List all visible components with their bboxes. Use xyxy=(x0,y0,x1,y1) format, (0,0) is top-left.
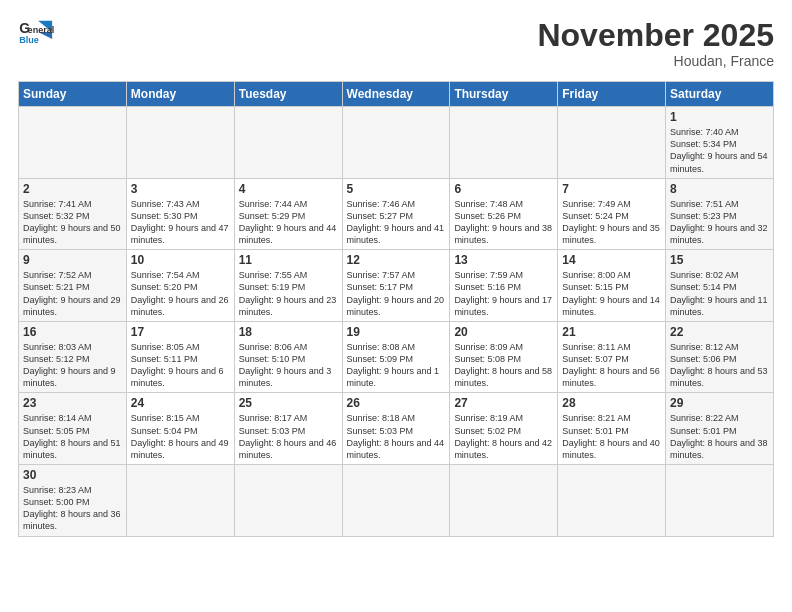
day-number: 9 xyxy=(23,253,122,267)
page-header: G eneral Blue November 2025 Houdan, Fran… xyxy=(18,18,774,69)
cell-week3-day1: 10Sunrise: 7:54 AM Sunset: 5:20 PM Dayli… xyxy=(126,250,234,322)
cell-week4-day1: 17Sunrise: 8:05 AM Sunset: 5:11 PM Dayli… xyxy=(126,321,234,393)
calendar-page: G eneral Blue November 2025 Houdan, Fran… xyxy=(0,0,792,547)
day-info: Sunrise: 8:22 AM Sunset: 5:01 PM Dayligh… xyxy=(670,412,769,461)
day-info: Sunrise: 8:08 AM Sunset: 5:09 PM Dayligh… xyxy=(347,341,446,390)
cell-week6-day1 xyxy=(126,465,234,537)
title-block: November 2025 Houdan, France xyxy=(537,18,774,69)
day-info: Sunrise: 8:03 AM Sunset: 5:12 PM Dayligh… xyxy=(23,341,122,390)
header-monday: Monday xyxy=(126,82,234,107)
day-info: Sunrise: 7:46 AM Sunset: 5:27 PM Dayligh… xyxy=(347,198,446,247)
cell-week6-day6 xyxy=(666,465,774,537)
day-number: 23 xyxy=(23,396,122,410)
week-row-5: 23Sunrise: 8:14 AM Sunset: 5:05 PM Dayli… xyxy=(19,393,774,465)
header-sunday: Sunday xyxy=(19,82,127,107)
cell-week1-day2 xyxy=(234,107,342,179)
day-info: Sunrise: 8:15 AM Sunset: 5:04 PM Dayligh… xyxy=(131,412,230,461)
cell-week4-day5: 21Sunrise: 8:11 AM Sunset: 5:07 PM Dayli… xyxy=(558,321,666,393)
day-number: 21 xyxy=(562,325,661,339)
cell-week3-day0: 9Sunrise: 7:52 AM Sunset: 5:21 PM Daylig… xyxy=(19,250,127,322)
day-info: Sunrise: 7:54 AM Sunset: 5:20 PM Dayligh… xyxy=(131,269,230,318)
cell-week2-day2: 4Sunrise: 7:44 AM Sunset: 5:29 PM Daylig… xyxy=(234,178,342,250)
day-info: Sunrise: 7:51 AM Sunset: 5:23 PM Dayligh… xyxy=(670,198,769,247)
day-number: 28 xyxy=(562,396,661,410)
day-info: Sunrise: 8:00 AM Sunset: 5:15 PM Dayligh… xyxy=(562,269,661,318)
day-info: Sunrise: 7:55 AM Sunset: 5:19 PM Dayligh… xyxy=(239,269,338,318)
cell-week4-day0: 16Sunrise: 8:03 AM Sunset: 5:12 PM Dayli… xyxy=(19,321,127,393)
day-number: 25 xyxy=(239,396,338,410)
cell-week4-day3: 19Sunrise: 8:08 AM Sunset: 5:09 PM Dayli… xyxy=(342,321,450,393)
cell-week6-day2 xyxy=(234,465,342,537)
day-info: Sunrise: 7:49 AM Sunset: 5:24 PM Dayligh… xyxy=(562,198,661,247)
day-info: Sunrise: 7:59 AM Sunset: 5:16 PM Dayligh… xyxy=(454,269,553,318)
cell-week1-day3 xyxy=(342,107,450,179)
day-number: 11 xyxy=(239,253,338,267)
cell-week5-day0: 23Sunrise: 8:14 AM Sunset: 5:05 PM Dayli… xyxy=(19,393,127,465)
week-row-4: 16Sunrise: 8:03 AM Sunset: 5:12 PM Dayli… xyxy=(19,321,774,393)
day-number: 7 xyxy=(562,182,661,196)
day-number: 6 xyxy=(454,182,553,196)
day-number: 20 xyxy=(454,325,553,339)
cell-week2-day5: 7Sunrise: 7:49 AM Sunset: 5:24 PM Daylig… xyxy=(558,178,666,250)
day-info: Sunrise: 8:02 AM Sunset: 5:14 PM Dayligh… xyxy=(670,269,769,318)
day-info: Sunrise: 8:18 AM Sunset: 5:03 PM Dayligh… xyxy=(347,412,446,461)
day-number: 19 xyxy=(347,325,446,339)
cell-week3-day2: 11Sunrise: 7:55 AM Sunset: 5:19 PM Dayli… xyxy=(234,250,342,322)
cell-week1-day4 xyxy=(450,107,558,179)
header-tuesday: Tuesday xyxy=(234,82,342,107)
cell-week4-day2: 18Sunrise: 8:06 AM Sunset: 5:10 PM Dayli… xyxy=(234,321,342,393)
cell-week2-day0: 2Sunrise: 7:41 AM Sunset: 5:32 PM Daylig… xyxy=(19,178,127,250)
day-number: 5 xyxy=(347,182,446,196)
day-number: 22 xyxy=(670,325,769,339)
day-number: 3 xyxy=(131,182,230,196)
day-number: 26 xyxy=(347,396,446,410)
day-number: 10 xyxy=(131,253,230,267)
day-number: 15 xyxy=(670,253,769,267)
day-info: Sunrise: 8:21 AM Sunset: 5:01 PM Dayligh… xyxy=(562,412,661,461)
day-info: Sunrise: 8:11 AM Sunset: 5:07 PM Dayligh… xyxy=(562,341,661,390)
day-number: 27 xyxy=(454,396,553,410)
cell-week5-day4: 27Sunrise: 8:19 AM Sunset: 5:02 PM Dayli… xyxy=(450,393,558,465)
logo: G eneral Blue xyxy=(18,18,54,46)
day-number: 30 xyxy=(23,468,122,482)
day-info: Sunrise: 8:12 AM Sunset: 5:06 PM Dayligh… xyxy=(670,341,769,390)
cell-week3-day6: 15Sunrise: 8:02 AM Sunset: 5:14 PM Dayli… xyxy=(666,250,774,322)
cell-week5-day3: 26Sunrise: 8:18 AM Sunset: 5:03 PM Dayli… xyxy=(342,393,450,465)
day-info: Sunrise: 8:19 AM Sunset: 5:02 PM Dayligh… xyxy=(454,412,553,461)
day-info: Sunrise: 7:41 AM Sunset: 5:32 PM Dayligh… xyxy=(23,198,122,247)
day-info: Sunrise: 7:48 AM Sunset: 5:26 PM Dayligh… xyxy=(454,198,553,247)
day-info: Sunrise: 7:57 AM Sunset: 5:17 PM Dayligh… xyxy=(347,269,446,318)
week-row-6: 30Sunrise: 8:23 AM Sunset: 5:00 PM Dayli… xyxy=(19,465,774,537)
header-thursday: Thursday xyxy=(450,82,558,107)
cell-week2-day3: 5Sunrise: 7:46 AM Sunset: 5:27 PM Daylig… xyxy=(342,178,450,250)
cell-week6-day5 xyxy=(558,465,666,537)
day-number: 24 xyxy=(131,396,230,410)
cell-week6-day3 xyxy=(342,465,450,537)
cell-week5-day6: 29Sunrise: 8:22 AM Sunset: 5:01 PM Dayli… xyxy=(666,393,774,465)
day-info: Sunrise: 7:43 AM Sunset: 5:30 PM Dayligh… xyxy=(131,198,230,247)
day-header-row: Sunday Monday Tuesday Wednesday Thursday… xyxy=(19,82,774,107)
calendar-title: November 2025 xyxy=(537,18,774,53)
cell-week5-day1: 24Sunrise: 8:15 AM Sunset: 5:04 PM Dayli… xyxy=(126,393,234,465)
day-info: Sunrise: 8:23 AM Sunset: 5:00 PM Dayligh… xyxy=(23,484,122,533)
day-number: 16 xyxy=(23,325,122,339)
cell-week4-day4: 20Sunrise: 8:09 AM Sunset: 5:08 PM Dayli… xyxy=(450,321,558,393)
cell-week1-day6: 1Sunrise: 7:40 AM Sunset: 5:34 PM Daylig… xyxy=(666,107,774,179)
day-number: 18 xyxy=(239,325,338,339)
week-row-3: 9Sunrise: 7:52 AM Sunset: 5:21 PM Daylig… xyxy=(19,250,774,322)
day-info: Sunrise: 8:17 AM Sunset: 5:03 PM Dayligh… xyxy=(239,412,338,461)
day-info: Sunrise: 8:09 AM Sunset: 5:08 PM Dayligh… xyxy=(454,341,553,390)
day-number: 2 xyxy=(23,182,122,196)
day-info: Sunrise: 8:06 AM Sunset: 5:10 PM Dayligh… xyxy=(239,341,338,390)
day-info: Sunrise: 7:40 AM Sunset: 5:34 PM Dayligh… xyxy=(670,126,769,175)
day-info: Sunrise: 8:05 AM Sunset: 5:11 PM Dayligh… xyxy=(131,341,230,390)
day-number: 17 xyxy=(131,325,230,339)
cell-week4-day6: 22Sunrise: 8:12 AM Sunset: 5:06 PM Dayli… xyxy=(666,321,774,393)
header-wednesday: Wednesday xyxy=(342,82,450,107)
day-info: Sunrise: 8:14 AM Sunset: 5:05 PM Dayligh… xyxy=(23,412,122,461)
cell-week5-day2: 25Sunrise: 8:17 AM Sunset: 5:03 PM Dayli… xyxy=(234,393,342,465)
cell-week3-day3: 12Sunrise: 7:57 AM Sunset: 5:17 PM Dayli… xyxy=(342,250,450,322)
day-number: 8 xyxy=(670,182,769,196)
cell-week1-day0 xyxy=(19,107,127,179)
cell-week6-day0: 30Sunrise: 8:23 AM Sunset: 5:00 PM Dayli… xyxy=(19,465,127,537)
